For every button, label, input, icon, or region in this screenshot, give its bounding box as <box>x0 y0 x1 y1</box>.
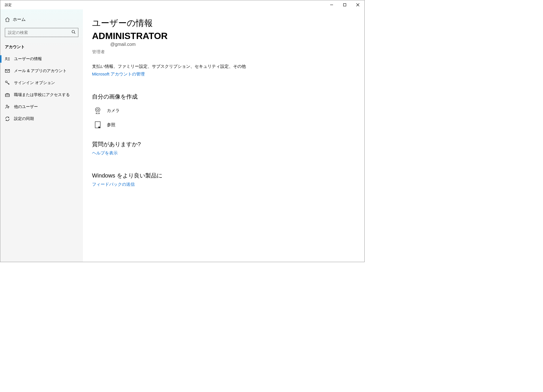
sidebar-item-other-users[interactable]: 他のユーザー <box>0 101 83 113</box>
sidebar-item-user-info[interactable]: ユーザーの情報 <box>0 53 83 65</box>
svg-point-4 <box>72 30 75 33</box>
main-content: ユーザーの情報 ADMINISTRATOR @gmail.com 管理者 支払い… <box>83 9 364 262</box>
sidebar-item-label: 設定の同期 <box>14 116 34 121</box>
account-info-text: 支払い情報、ファミリー設定、サブスクリプション、セキュリティ設定、その他 <box>92 64 353 69</box>
maximize-button[interactable] <box>338 0 351 9</box>
page-title: ユーザーの情報 <box>92 17 353 29</box>
home-link[interactable]: ホーム <box>0 14 83 25</box>
search-input[interactable] <box>5 28 78 37</box>
svg-rect-1 <box>344 4 346 6</box>
camera-label: カメラ <box>107 108 120 113</box>
home-label: ホーム <box>13 17 26 22</box>
help-link[interactable]: ヘルプを表示 <box>92 150 118 156</box>
sidebar: ホーム アカウント ユーザーの情報 メール & アプリのアカウント <box>0 9 83 262</box>
person-card-icon <box>5 56 14 62</box>
camera-icon <box>92 106 103 115</box>
mail-icon <box>5 68 14 74</box>
sidebar-section-label: アカウント <box>0 42 83 53</box>
browse-label: 参照 <box>107 122 115 128</box>
home-icon <box>5 17 13 22</box>
key-icon <box>5 80 14 85</box>
user-role: 管理者 <box>92 49 353 55</box>
sidebar-item-signin-options[interactable]: サインイン オプション <box>0 77 83 89</box>
close-button[interactable] <box>351 0 364 9</box>
window-controls <box>325 0 364 9</box>
svg-point-16 <box>95 107 100 112</box>
person-add-icon <box>5 104 14 109</box>
svg-rect-18 <box>95 122 100 128</box>
sidebar-item-label: 職場または学校にアクセスする <box>14 92 70 97</box>
titlebar: 設定 <box>0 0 364 9</box>
sidebar-item-label: サインイン オプション <box>14 80 55 85</box>
sidebar-item-label: ユーザーの情報 <box>14 56 42 62</box>
user-name: ADMINISTRATOR <box>92 31 353 41</box>
sync-icon <box>5 116 14 121</box>
browse-option[interactable]: 参照 <box>92 121 353 129</box>
svg-point-17 <box>97 109 99 111</box>
sidebar-item-label: メール & アプリのアカウント <box>14 68 67 74</box>
sidebar-item-label: 他のユーザー <box>14 104 38 109</box>
user-email: @gmail.com <box>110 42 353 47</box>
create-image-heading: 自分の画像を作成 <box>92 93 353 101</box>
help-heading: 質問がありますか? <box>92 140 353 148</box>
minimize-button[interactable] <box>325 0 338 9</box>
manage-account-link[interactable]: Microsoft アカウントの管理 <box>92 72 145 77</box>
window-title: 設定 <box>5 3 12 7</box>
svg-line-5 <box>74 33 75 34</box>
search-icon <box>72 30 75 35</box>
feedback-link[interactable]: フィードバックの送信 <box>92 182 135 187</box>
sidebar-item-sync-settings[interactable]: 設定の同期 <box>0 113 83 125</box>
browse-icon <box>92 121 103 129</box>
sidebar-item-email-accounts[interactable]: メール & アプリのアカウント <box>0 65 83 77</box>
feedback-heading: Windows をより良い製品に <box>92 172 353 179</box>
sidebar-item-work-school[interactable]: 職場または学校にアクセスする <box>0 89 83 101</box>
briefcase-icon <box>5 92 14 97</box>
svg-point-13 <box>6 105 8 107</box>
camera-option[interactable]: カメラ <box>92 106 353 115</box>
svg-point-6 <box>6 58 7 59</box>
